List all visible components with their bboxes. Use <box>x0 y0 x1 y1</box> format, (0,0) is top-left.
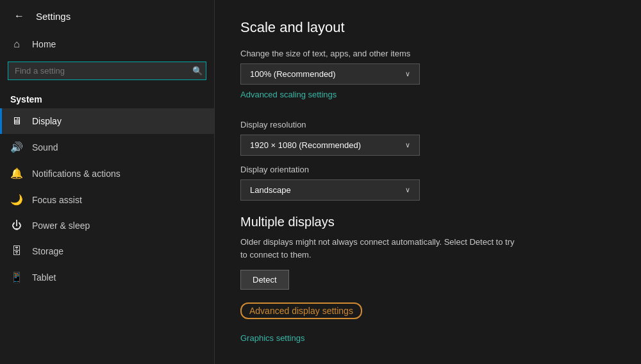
home-label: Home <box>32 39 56 49</box>
sidebar-title: Settings <box>36 11 71 22</box>
sidebar-item-storage[interactable]: 🗄 Storage <box>0 238 214 264</box>
display-icon: 🖥 <box>10 115 23 127</box>
home-icon: ⌂ <box>10 38 23 50</box>
sidebar-item-label: Notifications & actions <box>32 169 121 179</box>
main-content: Scale and layout Change the size of text… <box>215 0 641 364</box>
resolution-value: 1920 × 1080 (Recommended) <box>250 140 361 150</box>
notifications-icon: 🔔 <box>10 167 23 179</box>
focus-icon: 🌙 <box>10 194 23 206</box>
sidebar: ← Settings ⌂ Home 🔍 System 🖥 Display 🔊 S… <box>0 0 215 364</box>
sidebar-header: ← Settings <box>0 0 214 32</box>
orientation-dropdown[interactable]: Landscape ∨ <box>240 179 420 201</box>
graphics-settings-link[interactable]: Graphics settings <box>240 333 304 343</box>
scale-chevron-icon: ∨ <box>405 70 410 78</box>
change-size-label: Change the size of text, apps, and other… <box>240 49 615 58</box>
sidebar-item-notifications[interactable]: 🔔 Notifications & actions <box>0 160 214 186</box>
scale-dropdown[interactable]: 100% (Recommended) ∨ <box>240 63 420 85</box>
resolution-dropdown[interactable]: 1920 × 1080 (Recommended) ∨ <box>240 135 420 156</box>
advanced-display-link[interactable]: Advanced display settings <box>240 302 362 319</box>
search-box[interactable]: 🔍 <box>8 62 206 80</box>
sidebar-item-focus-assist[interactable]: 🌙 Focus assist <box>0 186 214 213</box>
scale-layout-title: Scale and layout <box>240 19 615 36</box>
sidebar-item-tablet[interactable]: 📱 Tablet <box>0 264 214 290</box>
sidebar-item-label: Tablet <box>32 272 56 283</box>
detect-button[interactable]: Detect <box>240 270 289 290</box>
search-input[interactable] <box>8 62 206 80</box>
resolution-label: Display resolution <box>240 120 615 129</box>
power-icon: ⏻ <box>10 220 23 231</box>
tablet-icon: 📱 <box>10 271 23 283</box>
sound-icon: 🔊 <box>10 141 23 153</box>
resolution-chevron-icon: ∨ <box>405 141 410 149</box>
sidebar-item-power-sleep[interactable]: ⏻ Power & sleep <box>0 213 214 238</box>
advanced-scaling-link[interactable]: Advanced scaling settings <box>240 90 337 99</box>
sidebar-item-label: Storage <box>32 246 63 256</box>
orientation-value: Landscape <box>250 185 291 195</box>
multiple-displays-title: Multiple displays <box>240 215 615 229</box>
sidebar-item-display[interactable]: 🖥 Display <box>0 108 214 134</box>
storage-icon: 🗄 <box>10 245 23 257</box>
sidebar-item-label: Power & sleep <box>32 220 90 231</box>
sidebar-item-sound[interactable]: 🔊 Sound <box>0 134 214 160</box>
back-button[interactable]: ← <box>10 9 28 23</box>
scale-value: 100% (Recommended) <box>250 69 336 79</box>
sidebar-item-label: Sound <box>32 142 58 153</box>
sidebar-item-label: Focus assist <box>32 195 82 205</box>
orientation-label: Display orientation <box>240 165 615 174</box>
detect-description: Older displays might not always connect … <box>240 236 522 261</box>
sidebar-item-home[interactable]: ⌂ Home <box>0 32 214 56</box>
system-label: System <box>0 85 214 108</box>
orientation-chevron-icon: ∨ <box>405 186 410 194</box>
sidebar-item-label: Display <box>32 116 62 126</box>
search-icon[interactable]: 🔍 <box>192 66 203 76</box>
